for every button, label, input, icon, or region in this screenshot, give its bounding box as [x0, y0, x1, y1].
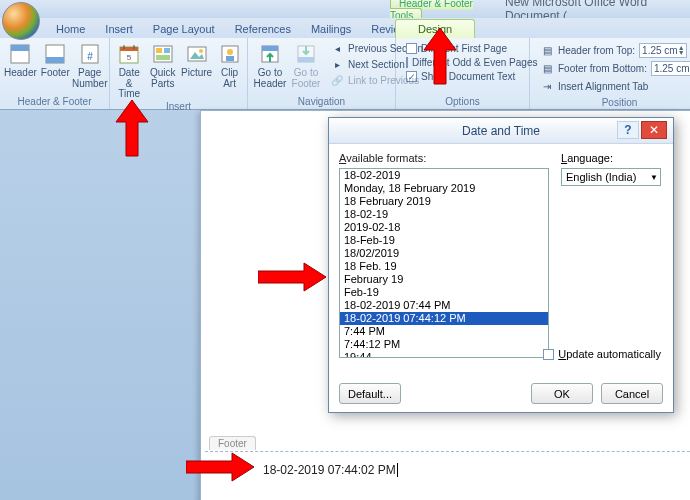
language-value: English (India) [566, 171, 636, 183]
header-top-spinner[interactable]: 1.25 cm▲▼ [639, 43, 687, 58]
header-button[interactable]: Header [4, 40, 37, 79]
format-item[interactable]: Feb-19 [340, 286, 548, 299]
cancel-button[interactable]: Cancel [601, 383, 663, 404]
dialog-help-button[interactable]: ? [617, 121, 639, 139]
picture-icon [185, 42, 209, 66]
format-item[interactable]: 7:44 PM [340, 325, 548, 338]
page-number-icon: # [78, 42, 102, 66]
footer-text[interactable]: 18-02-2019 07:44:02 PM [263, 463, 398, 477]
annotation-arrow-up-2 [422, 28, 458, 86]
link-previous-button[interactable]: 🔗Link to Previous [328, 72, 425, 88]
goto-footer-icon [294, 42, 318, 66]
format-item[interactable]: 2019-02-18 [340, 221, 548, 234]
page-number-label: Page Number [72, 68, 108, 89]
group-label-options: Options [400, 95, 525, 109]
prev-section-icon: ◂ [330, 41, 344, 55]
footer-bottom-value: 1.25 cm [654, 63, 690, 74]
clip-art-icon [218, 42, 242, 66]
footer-divider [205, 451, 690, 452]
svg-marker-27 [258, 263, 326, 291]
format-item[interactable]: February 19 [340, 273, 548, 286]
update-automatically-check[interactable]: Update automatically [543, 348, 661, 360]
tab-insert[interactable]: Insert [95, 20, 143, 38]
alignment-tab-icon: ⇥ [540, 79, 554, 93]
tab-references[interactable]: References [225, 20, 301, 38]
group-label-position: Position [534, 96, 690, 110]
footer-bottom-spinner[interactable]: 1.25 cm▲▼ [651, 61, 690, 76]
header-top-label: Header from Top: [558, 45, 635, 56]
calendar-icon: 5 [117, 42, 141, 66]
chevron-down-icon: ▼ [650, 173, 658, 182]
language-select[interactable]: English (India)▼ [561, 168, 661, 186]
quick-parts-button[interactable]: Quick Parts [148, 40, 177, 89]
svg-marker-28 [186, 453, 254, 481]
tab-home[interactable]: Home [46, 20, 95, 38]
ok-button[interactable]: OK [531, 383, 593, 404]
date-time-dialog: Date and Time ? ✕ Available formats: 18-… [328, 117, 674, 413]
header-top-icon: ▤ [540, 44, 554, 58]
svg-rect-7 [120, 47, 138, 51]
header-label: Header [4, 68, 37, 79]
date-time-label: Date & Time [114, 68, 144, 100]
picture-label: Picture [181, 68, 212, 79]
dialog-close-button[interactable]: ✕ [641, 121, 667, 139]
clip-art-label: Clip Art [221, 68, 238, 89]
footer-label: Footer [41, 68, 70, 79]
footer-bottom-label: Footer from Bottom: [558, 63, 647, 74]
format-item[interactable]: 18-02-19 [340, 208, 548, 221]
page-number-button[interactable]: # Page Number [74, 40, 106, 89]
svg-rect-13 [164, 48, 170, 53]
format-item[interactable]: 18-02-2019 07:44 PM [340, 299, 548, 312]
office-button[interactable] [2, 2, 40, 40]
annotation-arrow-right-2 [186, 452, 256, 482]
checkbox-icon [406, 57, 408, 68]
format-item[interactable]: 19:44 [340, 351, 548, 358]
format-item[interactable]: 18/02/2019 [340, 247, 548, 260]
svg-text:#: # [87, 51, 93, 62]
footer-icon [43, 42, 67, 66]
format-item[interactable]: 18-02-2019 [340, 169, 548, 182]
svg-rect-1 [11, 45, 29, 51]
header-icon [8, 42, 32, 66]
tab-page-layout[interactable]: Page Layout [143, 20, 225, 38]
tab-mailings[interactable]: Mailings [301, 20, 361, 38]
svg-marker-25 [116, 100, 148, 156]
footer-from-bottom-row: ▤ Footer from Bottom: 1.25 cm▲▼ [538, 60, 690, 77]
link-icon: 🔗 [330, 73, 344, 87]
svg-rect-12 [156, 48, 162, 53]
svg-point-19 [227, 49, 233, 55]
title-bar: Header & Footer Tools New Microsoft Offi… [0, 0, 690, 18]
header-from-top-row: ▤ Header from Top: 1.25 cm▲▼ [538, 42, 690, 59]
language-label: Language: [561, 152, 613, 164]
dialog-title-text: Date and Time [462, 124, 540, 138]
goto-header-button[interactable]: Go to Header [252, 40, 288, 89]
insert-alignment-tab-button[interactable]: ⇥Insert Alignment Tab [538, 78, 690, 94]
picture-button[interactable]: Picture [181, 40, 212, 79]
group-label-nav: Navigation [252, 95, 391, 109]
svg-rect-3 [46, 57, 64, 63]
svg-rect-22 [262, 46, 278, 51]
checkbox-icon [543, 349, 554, 360]
footer-button[interactable]: Footer [41, 40, 70, 79]
available-formats-list[interactable]: 18-02-2019Monday, 18 February 201918 Feb… [339, 168, 549, 358]
checkbox-icon [406, 43, 417, 54]
clip-art-button[interactable]: Clip Art [216, 40, 243, 89]
dialog-titlebar: Date and Time ? ✕ [329, 118, 673, 144]
default-button[interactable]: Default... [339, 383, 401, 404]
goto-footer-button[interactable]: Go to Footer [288, 40, 324, 89]
format-item[interactable]: Monday, 18 February 2019 [340, 182, 548, 195]
annotation-arrow-up-1 [114, 100, 150, 158]
format-item[interactable]: 18-02-2019 07:44:12 PM [340, 312, 548, 325]
svg-text:5: 5 [127, 53, 132, 62]
goto-header-label: Go to Header [254, 68, 287, 89]
quick-parts-label: Quick Parts [150, 68, 176, 89]
format-item[interactable]: 18 Feb. 19 [340, 260, 548, 273]
date-time-button[interactable]: 5 Date & Time [114, 40, 144, 100]
ribbon-tabs: Home Insert Page Layout References Maili… [0, 18, 690, 38]
format-item[interactable]: 18 February 2019 [340, 195, 548, 208]
format-item[interactable]: 18-Feb-19 [340, 234, 548, 247]
ribbon: Header Footer # Page Number Header & Foo… [0, 38, 690, 110]
alignment-tab-label: Insert Alignment Tab [558, 81, 648, 92]
next-section-icon: ▸ [330, 57, 344, 71]
format-item[interactable]: 7:44:12 PM [340, 338, 548, 351]
